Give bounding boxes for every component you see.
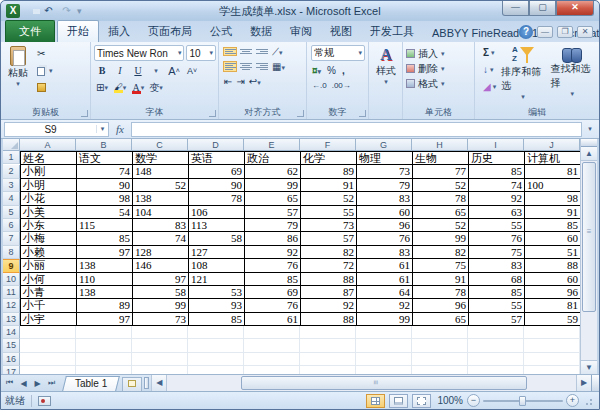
increase-indent-icon[interactable]: ⇥ bbox=[236, 76, 244, 87]
tab-page-layout[interactable]: 页面布局 bbox=[139, 21, 201, 42]
first-sheet-icon[interactable]: ⏮ bbox=[3, 378, 16, 388]
copy-button[interactable]: ▾ bbox=[35, 63, 55, 78]
cell-J5[interactable]: 91 bbox=[525, 206, 580, 219]
hscroll-thumb[interactable] bbox=[241, 376, 527, 390]
align-center-icon[interactable] bbox=[240, 63, 252, 70]
cell-I9[interactable]: 83 bbox=[469, 259, 525, 272]
vscroll-thumb[interactable] bbox=[582, 162, 596, 312]
align-left-icon[interactable] bbox=[224, 62, 236, 71]
col-header-G[interactable]: G bbox=[356, 139, 412, 151]
cell-J10[interactable]: 60 bbox=[525, 273, 580, 286]
cell-B8[interactable]: 97 bbox=[77, 246, 133, 259]
cell-H16[interactable] bbox=[412, 353, 468, 366]
number-dialog-launcher-icon[interactable] bbox=[359, 110, 366, 117]
cell-I5[interactable]: 63 bbox=[469, 206, 525, 219]
col-header-B[interactable]: B bbox=[76, 139, 132, 151]
cell-D6[interactable]: 113 bbox=[189, 219, 245, 232]
cell-C7[interactable]: 74 bbox=[133, 232, 189, 245]
cell-D13[interactable]: 85 bbox=[189, 313, 245, 326]
cell-F15[interactable] bbox=[300, 339, 356, 352]
hscroll-split-handle[interactable] bbox=[591, 375, 599, 391]
row-header-9[interactable]: 9 bbox=[3, 259, 20, 272]
tab-home[interactable]: 开始 bbox=[57, 20, 99, 42]
tab-developer[interactable]: 开发工具 bbox=[361, 21, 423, 42]
cell-D4[interactable]: 78 bbox=[189, 192, 245, 205]
cell-C3[interactable]: 52 bbox=[133, 179, 189, 192]
vertical-scrollbar[interactable]: ▲ ▼ bbox=[580, 139, 597, 374]
cell-H15[interactable] bbox=[412, 339, 468, 352]
cell-I4[interactable]: 92 bbox=[469, 192, 525, 205]
cell-G1[interactable]: 物理 bbox=[357, 151, 413, 165]
col-header-A[interactable]: A bbox=[20, 139, 76, 151]
currency-format-icon[interactable]: ¤▾ bbox=[312, 65, 321, 76]
cell-B3[interactable]: 90 bbox=[77, 179, 133, 192]
col-header-H[interactable]: H bbox=[412, 139, 468, 151]
cut-button[interactable]: ✂ bbox=[35, 46, 55, 61]
decrease-indent-icon[interactable]: ⇤ bbox=[224, 76, 232, 87]
cell-I2[interactable]: 85 bbox=[469, 165, 525, 178]
cell-J12[interactable]: 81 bbox=[525, 299, 580, 312]
cell-H17[interactable] bbox=[412, 366, 468, 374]
cell-J8[interactable]: 51 bbox=[525, 246, 580, 259]
tab-view[interactable]: 视图 bbox=[321, 21, 361, 42]
scroll-right-icon[interactable]: ▶ bbox=[576, 375, 591, 391]
cell-A13[interactable]: 小宇 bbox=[20, 313, 77, 326]
cell-H9[interactable]: 75 bbox=[413, 259, 469, 272]
cell-F3[interactable]: 91 bbox=[301, 179, 357, 192]
cell-E10[interactable]: 85 bbox=[245, 273, 301, 286]
underline-button[interactable]: U bbox=[130, 63, 146, 78]
number-format-select[interactable]: 常规▾ bbox=[311, 45, 365, 61]
cell-D15[interactable] bbox=[188, 339, 244, 352]
cell-C10[interactable]: 97 bbox=[133, 273, 189, 286]
cell-B10[interactable]: 110 bbox=[77, 273, 133, 286]
zoom-handle[interactable] bbox=[519, 396, 526, 406]
cell-H1[interactable]: 生物 bbox=[413, 151, 469, 165]
help-icon[interactable]: ? bbox=[519, 25, 533, 39]
col-header-F[interactable]: F bbox=[300, 139, 356, 151]
row-header-10[interactable]: 10 bbox=[3, 273, 20, 286]
cell-G6[interactable]: 96 bbox=[357, 219, 413, 232]
cell-B17[interactable] bbox=[76, 366, 132, 374]
cell-F13[interactable]: 88 bbox=[301, 313, 357, 326]
cell-E12[interactable]: 76 bbox=[245, 299, 301, 312]
cell-I3[interactable]: 74 bbox=[469, 179, 525, 192]
cell-A8[interactable]: 小赖 bbox=[20, 246, 77, 259]
cell-B15[interactable] bbox=[76, 339, 132, 352]
col-header-J[interactable]: J bbox=[524, 139, 580, 151]
tab-insert[interactable]: 插入 bbox=[99, 21, 139, 42]
save-button[interactable] bbox=[23, 4, 38, 18]
cell-G17[interactable] bbox=[356, 366, 412, 374]
cell-B11[interactable]: 138 bbox=[77, 286, 133, 299]
cell-J4[interactable]: 98 bbox=[525, 192, 580, 205]
horizontal-scrollbar[interactable]: ◀ ▶ bbox=[151, 375, 599, 391]
bottom-align-icon[interactable] bbox=[256, 49, 268, 54]
col-header-C[interactable]: C bbox=[132, 139, 188, 151]
cell-H11[interactable]: 78 bbox=[413, 286, 469, 299]
cell-F7[interactable]: 57 bbox=[301, 232, 357, 245]
cell-E13[interactable]: 61 bbox=[245, 313, 301, 326]
cell-D7[interactable]: 58 bbox=[189, 232, 245, 245]
cell-A5[interactable]: 小美 bbox=[20, 206, 77, 219]
cell-E7[interactable]: 86 bbox=[245, 232, 301, 245]
cell-J6[interactable]: 85 bbox=[525, 219, 580, 232]
cell-G2[interactable]: 73 bbox=[357, 165, 413, 178]
cell-C16[interactable] bbox=[132, 353, 188, 366]
font-family-select[interactable]: Times New Ron▾ bbox=[94, 45, 184, 61]
cell-F6[interactable]: 73 bbox=[301, 219, 357, 232]
sheet-tab-table1[interactable]: Table 1 bbox=[62, 376, 120, 391]
autosum-button[interactable]: Σ▾ bbox=[481, 45, 498, 60]
cell-C9[interactable]: 146 bbox=[133, 259, 189, 272]
insert-cells-button[interactable]: 插入▾ bbox=[406, 46, 472, 61]
name-box-caret-icon[interactable]: ▾ bbox=[96, 125, 108, 133]
cell-E3[interactable]: 99 bbox=[245, 179, 301, 192]
cell-G10[interactable]: 61 bbox=[357, 273, 413, 286]
styles-button[interactable]: A 样式 ▾ bbox=[372, 44, 400, 88]
cell-H5[interactable]: 65 bbox=[413, 206, 469, 219]
cell-B7[interactable]: 85 bbox=[77, 232, 133, 245]
select-all-corner[interactable] bbox=[3, 139, 20, 151]
workbook-restore-icon[interactable]: ❐ bbox=[557, 26, 573, 38]
cell-H13[interactable]: 65 bbox=[413, 313, 469, 326]
cell-B4[interactable]: 98 bbox=[77, 192, 133, 205]
font-color-button[interactable]: A▾ bbox=[130, 80, 146, 95]
zoom-out-button[interactable]: − bbox=[467, 394, 480, 407]
